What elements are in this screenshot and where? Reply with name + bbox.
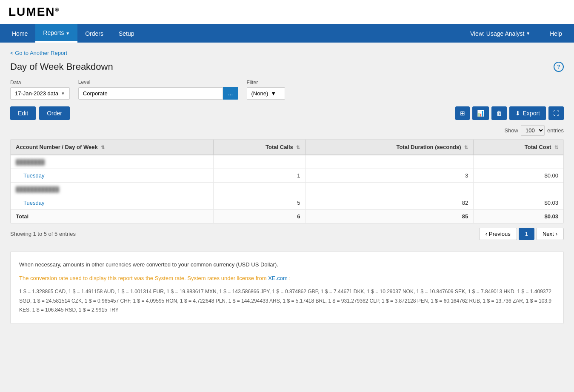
day-link-tuesday-2[interactable]: Tuesday (23, 200, 44, 206)
nav-setup[interactable]: Setup (111, 25, 142, 42)
controls-row: Data 17-Jan-2023 data ▼ Level Corporate … (10, 79, 564, 100)
back-link[interactable]: < Go to Another Report (10, 50, 67, 56)
page-content: < Go to Another Report Day of Week Break… (0, 43, 574, 388)
chevron-left-icon: ‹ (485, 231, 487, 237)
account-cell: ████████████ (11, 183, 213, 196)
nav-orders[interactable]: Orders (77, 25, 111, 42)
page-1-button[interactable]: 1 (519, 228, 534, 240)
filter-label: Filter (247, 80, 285, 86)
account-cell: ████████ (11, 155, 213, 169)
exchange-rates: 1 $ = 1.328865 CAD, 1 $ = 1.491158 AUD, … (19, 287, 555, 315)
total-duration: 85 (306, 210, 474, 223)
expand-icon: ⛶ (553, 110, 559, 117)
level-dots-button[interactable]: ... (223, 87, 238, 100)
right-buttons: ⊞ 📊 🗑 ⬇ Export ⛶ (455, 106, 564, 120)
data-table: Account Number / Day of Week ⇅ Total Cal… (11, 140, 563, 223)
left-buttons: Edit Order (10, 106, 70, 120)
cost-cell (474, 183, 563, 196)
table-row: ████████████ (11, 183, 563, 196)
previous-button[interactable]: ‹ Previous (479, 228, 517, 240)
page-title: Day of Week Breakdown (10, 61, 113, 72)
table-row: Tuesday 5 82 $0.03 (11, 196, 563, 210)
show-entries-row: Show 100 10 25 50 entries (10, 125, 564, 136)
table-row: Tuesday 1 3 $0.00 (11, 169, 563, 183)
table-row-total: Total 6 85 $0.03 (11, 210, 563, 223)
table-icon: ⊞ (460, 110, 465, 117)
filter-control-group: Filter (None) ▼ (247, 80, 285, 100)
edit-button[interactable]: Edit (10, 106, 36, 120)
table-row: ████████ (11, 155, 563, 169)
expand-button[interactable]: ⛶ (548, 106, 564, 120)
day-cell-1: Tuesday (11, 169, 213, 183)
chevron-right-icon: › (556, 231, 557, 237)
calls-cell: 5 (213, 196, 306, 210)
nav-bar: Home Reports ▼ Orders Setup View: Usage … (0, 24, 574, 43)
entries-per-page-select[interactable]: 100 10 25 50 (521, 125, 545, 136)
blurred-account-1: ████████ (16, 159, 45, 165)
nav-reports[interactable]: Reports ▼ (35, 24, 77, 43)
nav-help[interactable]: Help (542, 25, 570, 42)
view-dropdown-arrow: ▼ (526, 31, 530, 36)
data-dropdown-arrow: ▼ (61, 91, 65, 96)
download-icon: ⬇ (515, 110, 520, 117)
data-table-wrapper: Account Number / Day of Week ⇅ Total Cal… (10, 139, 564, 223)
day-cell-2: Tuesday (11, 196, 213, 210)
entries-suffix: entries (547, 127, 564, 134)
reports-dropdown-arrow: ▼ (66, 31, 70, 36)
col-header-account[interactable]: Account Number / Day of Week ⇅ (11, 140, 213, 155)
action-row: Edit Order ⊞ 📊 🗑 ⬇ Export ⛶ (10, 106, 564, 120)
next-button[interactable]: Next › (536, 228, 564, 240)
calls-cell: 1 (213, 169, 306, 183)
col-header-duration[interactable]: Total Duration (seconds) ⇅ (306, 140, 474, 155)
pagination-buttons: ‹ Previous 1 Next › (479, 228, 564, 240)
level-select[interactable]: Corporate (78, 87, 223, 100)
show-label: Show (504, 127, 518, 134)
level-row: Corporate ... (78, 87, 238, 100)
duration-cell (306, 183, 474, 196)
total-calls: 6 (213, 210, 306, 223)
nav-right: View: Usage Analyst ▼ Help (463, 25, 570, 42)
export-button[interactable]: ⬇ Export (509, 106, 546, 120)
data-label: Data (10, 80, 70, 86)
filter-dropdown-arrow: ▼ (271, 90, 276, 97)
total-label: Total (11, 210, 213, 223)
duration-cell: 82 (306, 196, 474, 210)
col-header-calls[interactable]: Total Calls ⇅ (213, 140, 306, 155)
order-button[interactable]: Order (39, 106, 70, 120)
nav-view-analyst[interactable]: View: Usage Analyst ▼ (463, 25, 538, 42)
data-select[interactable]: 17-Jan-2023 data ▼ (10, 87, 70, 100)
currency-note-line1: When necessary, amounts in other currenc… (19, 260, 555, 269)
level-control-group: Level Corporate ... (78, 79, 238, 100)
data-control-group: Data 17-Jan-2023 data ▼ (10, 80, 70, 100)
sort-icon-account: ⇅ (101, 145, 105, 150)
table-view-button[interactable]: ⊞ (455, 106, 470, 120)
chart-icon: 📊 (477, 110, 484, 117)
currency-rate-line: The conversion rate used to display this… (19, 274, 555, 283)
help-icon[interactable]: ? (554, 62, 564, 72)
showing-text: Showing 1 to 5 of 5 entries (10, 231, 76, 237)
sort-icon-calls: ⇅ (296, 145, 300, 150)
top-header: LUMEN® (0, 0, 574, 24)
pagination-row: Showing 1 to 5 of 5 entries ‹ Previous 1… (10, 223, 564, 244)
chart-view-button[interactable]: 📊 (472, 106, 489, 120)
duration-cell: 3 (306, 169, 474, 183)
day-link-tuesday-1[interactable]: Tuesday (23, 172, 44, 179)
delete-button[interactable]: 🗑 (491, 106, 507, 120)
cost-cell: $0.03 (474, 196, 563, 210)
cost-cell (474, 155, 563, 169)
sort-icon-duration: ⇅ (464, 145, 468, 150)
page-title-row: Day of Week Breakdown ? (10, 61, 564, 72)
total-cost: $0.03 (474, 210, 563, 223)
sort-icon-cost: ⇅ (554, 145, 558, 150)
nav-home[interactable]: Home (4, 25, 35, 42)
filter-select[interactable]: (None) ▼ (247, 87, 285, 100)
level-label: Level (78, 79, 238, 85)
trash-icon: 🗑 (496, 110, 502, 117)
currency-note: When necessary, amounts in other currenc… (10, 251, 564, 324)
duration-cell (306, 155, 474, 169)
col-header-cost[interactable]: Total Cost ⇅ (474, 140, 563, 155)
xe-link[interactable]: XE.com (268, 275, 288, 281)
calls-cell (213, 183, 306, 196)
cost-cell: $0.00 (474, 169, 563, 183)
logo: LUMEN® (9, 5, 565, 19)
